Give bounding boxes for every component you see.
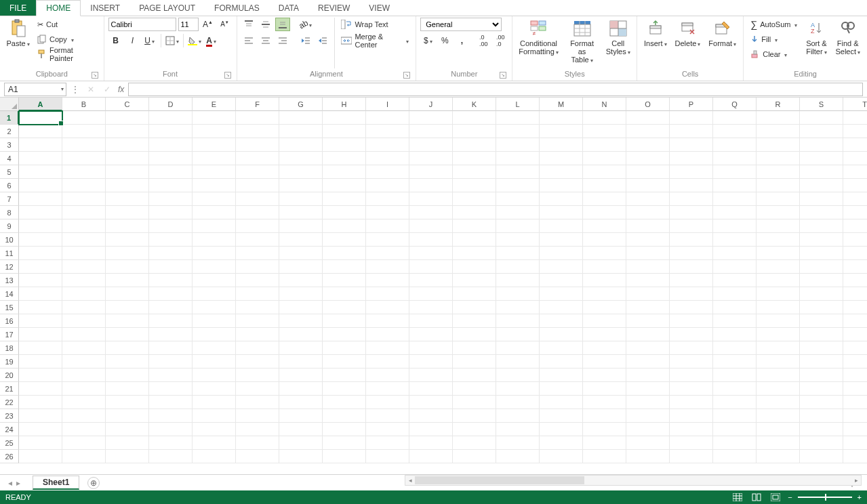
cell[interactable] (366, 369, 409, 382)
row-header[interactable]: 20 (0, 369, 19, 382)
cell[interactable] (106, 436, 149, 450)
cell[interactable] (62, 341, 106, 355)
cell[interactable] (279, 423, 323, 436)
cell[interactable] (149, 219, 193, 233)
cell[interactable] (626, 328, 670, 341)
cell[interactable] (757, 287, 800, 301)
tab-page-layout[interactable]: PAGE LAYOUT (129, 0, 205, 16)
cell[interactable] (757, 179, 800, 192)
cell[interactable] (366, 287, 409, 301)
cell[interactable] (453, 152, 496, 165)
cell[interactable] (843, 382, 867, 396)
cell[interactable] (409, 423, 453, 436)
cell[interactable] (713, 125, 757, 138)
cell[interactable] (540, 247, 583, 260)
increase-decimal-button[interactable]: .0.00 (476, 34, 491, 47)
cell[interactable] (149, 111, 193, 125)
cell[interactable] (453, 125, 496, 138)
cell[interactable] (409, 382, 453, 396)
delete-cells-button[interactable]: Delete (672, 18, 704, 50)
cell[interactable] (236, 314, 279, 328)
cell[interactable] (106, 274, 149, 287)
column-header[interactable]: F (236, 98, 279, 111)
cell[interactable] (62, 233, 106, 247)
cell[interactable] (19, 409, 62, 423)
cell[interactable] (62, 274, 106, 287)
cell[interactable] (496, 382, 540, 396)
cell[interactable] (193, 274, 236, 287)
cell[interactable] (19, 328, 62, 341)
cell[interactable] (323, 369, 366, 382)
cell[interactable] (236, 206, 279, 219)
cell[interactable] (800, 219, 843, 233)
cell[interactable] (193, 382, 236, 396)
cell[interactable] (193, 409, 236, 423)
number-format-select[interactable]: General (420, 18, 502, 31)
cell[interactable] (19, 179, 62, 192)
cell[interactable] (670, 328, 713, 341)
cell[interactable] (626, 341, 670, 355)
cell[interactable] (106, 206, 149, 219)
row-header[interactable]: 5 (0, 165, 19, 179)
row-header[interactable]: 3 (0, 138, 19, 152)
column-header[interactable]: O (626, 98, 670, 111)
cell[interactable] (323, 287, 366, 301)
cell[interactable] (757, 409, 800, 423)
cell[interactable] (106, 152, 149, 165)
cell[interactable] (323, 274, 366, 287)
cell[interactable] (409, 233, 453, 247)
cell[interactable] (713, 274, 757, 287)
cell[interactable] (843, 165, 867, 179)
cell[interactable] (843, 274, 867, 287)
cell[interactable] (496, 314, 540, 328)
cell[interactable] (149, 409, 193, 423)
column-header[interactable]: C (106, 98, 149, 111)
cell[interactable] (800, 125, 843, 138)
cell[interactable] (800, 192, 843, 206)
row-header[interactable]: 8 (0, 206, 19, 219)
cell[interactable] (496, 328, 540, 341)
cell[interactable] (106, 355, 149, 369)
row-header[interactable]: 7 (0, 192, 19, 206)
cell[interactable] (323, 450, 366, 463)
cell[interactable] (540, 382, 583, 396)
cell[interactable] (713, 111, 757, 125)
cell[interactable] (843, 355, 867, 369)
column-header[interactable]: E (193, 98, 236, 111)
cell[interactable] (757, 260, 800, 274)
cell[interactable] (236, 219, 279, 233)
zoom-slider[interactable] (798, 497, 852, 498)
align-left-button[interactable] (241, 34, 256, 47)
cell[interactable] (800, 138, 843, 152)
cell[interactable] (193, 125, 236, 138)
cell[interactable] (62, 314, 106, 328)
cell[interactable] (540, 287, 583, 301)
cell[interactable] (62, 138, 106, 152)
cell[interactable] (540, 409, 583, 423)
cell[interactable] (800, 111, 843, 125)
cell[interactable] (800, 165, 843, 179)
cell[interactable] (193, 260, 236, 274)
cell[interactable] (366, 355, 409, 369)
format-cells-button[interactable]: Format (706, 18, 739, 50)
cell[interactable] (236, 382, 279, 396)
cell[interactable] (496, 165, 540, 179)
cell[interactable] (626, 206, 670, 219)
font-color-button[interactable]: A (204, 34, 219, 47)
cell[interactable] (713, 328, 757, 341)
alignment-dialog-launcher[interactable]: ↘ (403, 72, 410, 79)
cell[interactable] (583, 301, 626, 314)
cell[interactable] (757, 382, 800, 396)
cell[interactable] (757, 396, 800, 409)
cell[interactable] (843, 287, 867, 301)
cell[interactable] (193, 369, 236, 382)
row-header[interactable]: 26 (0, 450, 19, 463)
row-header[interactable]: 23 (0, 409, 19, 423)
cell[interactable] (19, 382, 62, 396)
cell[interactable] (366, 206, 409, 219)
cell[interactable] (279, 206, 323, 219)
page-break-view-button[interactable] (769, 492, 782, 503)
cell[interactable] (62, 436, 106, 450)
cell[interactable] (149, 355, 193, 369)
row-header[interactable]: 17 (0, 328, 19, 341)
